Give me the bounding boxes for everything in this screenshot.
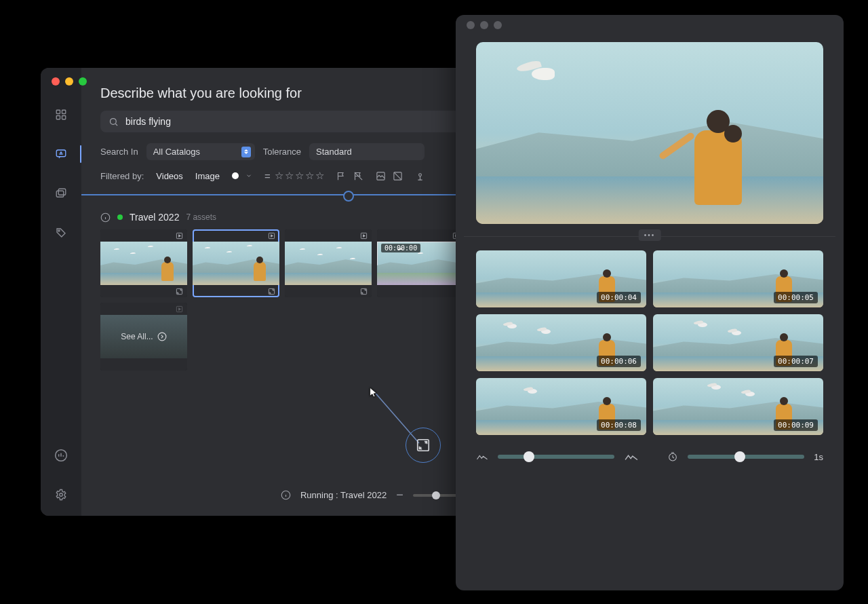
thumb-size-small-icon — [476, 452, 488, 461]
play-icon — [176, 305, 183, 313]
frame-timestamp: 00:00:09 — [774, 419, 818, 431]
frame-item[interactable]: 00:00:08 — [476, 378, 646, 435]
frame-item[interactable]: 00:00:04 — [476, 250, 646, 307]
thumbnail-see-all[interactable]: See All... — [100, 303, 187, 371]
frame-timestamp: 00:00:06 — [597, 356, 641, 367]
svg-rect-6 — [58, 189, 66, 195]
filter-chip-image[interactable]: Image — [195, 171, 220, 181]
panel-splitter[interactable] — [464, 236, 835, 237]
tolerance-label: Tolerance — [263, 147, 301, 157]
frame-timestamp: 00:00:07 — [774, 356, 818, 367]
info-icon[interactable] — [100, 212, 111, 223]
interval-value: 1s — [814, 452, 823, 462]
sidebar-settings-icon[interactable] — [51, 485, 71, 505]
play-icon — [268, 232, 275, 240]
chevron-right-circle-icon — [157, 332, 167, 341]
search-icon — [108, 117, 119, 127]
svg-rect-1 — [62, 110, 66, 113]
frame-item[interactable]: 00:00:07 — [653, 314, 823, 371]
star-icon: ☆ — [275, 170, 283, 182]
expand-icon — [416, 438, 431, 453]
select-stepper-icon — [241, 147, 251, 157]
tolerance-select[interactable]: Standard — [309, 143, 425, 160]
filtered-by-label: Filtered by: — [100, 171, 144, 181]
group-name: Travel 2022 — [130, 212, 179, 223]
preview-window: 00:00:04 00:00:05 00:00:06 00:00:07 00:0… — [456, 15, 844, 590]
flag-icon[interactable] — [336, 171, 347, 181]
sidebar-analytics-icon[interactable] — [51, 445, 71, 466]
expand-icon[interactable] — [268, 288, 275, 295]
info-icon[interactable] — [281, 490, 291, 500]
svg-point-25 — [158, 333, 166, 341]
svg-point-10 — [111, 118, 117, 124]
thumbnail-item[interactable] — [193, 229, 279, 297]
group-count: 7 assets — [186, 212, 216, 222]
star-icon: ☆ — [285, 170, 294, 182]
thumbnail-item[interactable]: 00:00:00 — [377, 229, 464, 297]
svg-point-13 — [418, 173, 421, 176]
pin-icon[interactable] — [415, 171, 425, 181]
search-in-label: Search In — [100, 147, 138, 157]
thumb-size-slider[interactable] — [498, 455, 614, 459]
svg-point-7 — [58, 230, 60, 231]
preview-hero[interactable] — [476, 42, 823, 224]
search-in-value: All Catalogs — [153, 147, 200, 157]
frame-timestamp: 00:00:04 — [597, 292, 641, 303]
interval-slider[interactable] — [688, 455, 804, 459]
see-all-label: See All... — [121, 332, 153, 341]
window-close-button[interactable] — [467, 21, 475, 29]
svg-rect-5 — [56, 191, 64, 197]
tolerance-value: Standard — [316, 147, 352, 157]
zoom-out-icon[interactable]: − — [396, 488, 403, 502]
svg-rect-3 — [62, 116, 66, 119]
status-dot-icon — [117, 214, 123, 220]
sidebar — [41, 68, 81, 516]
preview-controls: 1s — [456, 442, 844, 477]
frame-off-icon[interactable] — [393, 171, 403, 181]
frame-timestamp: 00:00:05 — [774, 292, 818, 303]
thumbnail-item[interactable] — [285, 229, 372, 297]
window-minimize-button[interactable] — [65, 77, 73, 86]
color-dot-icon — [232, 172, 239, 179]
sidebar-search-chat-icon[interactable] — [51, 144, 71, 164]
seagull-graphic — [517, 62, 564, 87]
status-text: Running : Travel 2022 — [300, 490, 387, 500]
svg-rect-2 — [56, 116, 60, 119]
svg-rect-0 — [56, 110, 60, 113]
sidebar-dashboard-icon[interactable] — [51, 105, 71, 125]
expand-icon[interactable] — [176, 288, 183, 295]
play-icon — [360, 232, 368, 240]
expand-callout-circle — [406, 428, 441, 463]
star-icon: ☆ — [305, 170, 314, 182]
thumb-size-large-icon — [624, 451, 639, 462]
frame-timestamp: 00:00:08 — [597, 419, 641, 431]
frame-item[interactable]: 00:00:06 — [476, 314, 646, 371]
star-icon: ☆ — [315, 170, 324, 182]
cursor-icon — [368, 387, 379, 398]
window-close-button[interactable] — [52, 77, 60, 86]
window-minimize-button[interactable] — [480, 21, 488, 29]
play-icon — [176, 232, 183, 240]
rating-filter[interactable]: = ☆☆☆☆☆ — [264, 170, 324, 182]
expand-icon[interactable] — [360, 288, 368, 295]
flag-off-icon[interactable] — [353, 171, 363, 181]
frame-item[interactable]: 00:00:05 — [653, 250, 823, 307]
color-filter[interactable] — [232, 172, 252, 179]
window-controls — [52, 77, 87, 86]
window-controls — [456, 15, 844, 35]
thumbnail-item[interactable] — [100, 229, 187, 297]
window-zoom-button[interactable] — [79, 77, 87, 86]
sidebar-tag-icon[interactable] — [51, 223, 71, 243]
chevron-down-icon — [245, 172, 252, 179]
frame-item[interactable]: 00:00:09 — [653, 378, 823, 435]
star-icon: ☆ — [295, 170, 304, 182]
interval-icon — [667, 451, 678, 462]
search-in-select[interactable]: All Catalogs — [146, 143, 255, 160]
frame-icon[interactable] — [376, 171, 386, 181]
filter-chip-videos[interactable]: Videos — [156, 171, 183, 181]
sidebar-library-icon[interactable] — [51, 183, 71, 204]
window-zoom-button[interactable] — [494, 21, 502, 29]
svg-point-9 — [60, 493, 63, 497]
frame-grid: 00:00:04 00:00:05 00:00:06 00:00:07 00:0… — [456, 237, 844, 442]
